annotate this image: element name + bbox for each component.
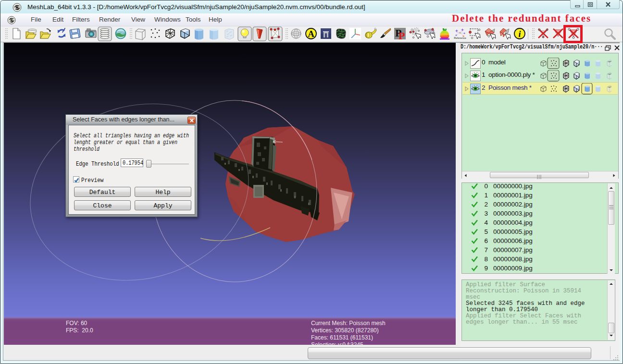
svg-text:A: A (308, 29, 314, 39)
svg-text:i: i (518, 29, 521, 39)
svg-text:P: P (399, 30, 405, 42)
svg-text:Reference: Reference (454, 36, 466, 39)
